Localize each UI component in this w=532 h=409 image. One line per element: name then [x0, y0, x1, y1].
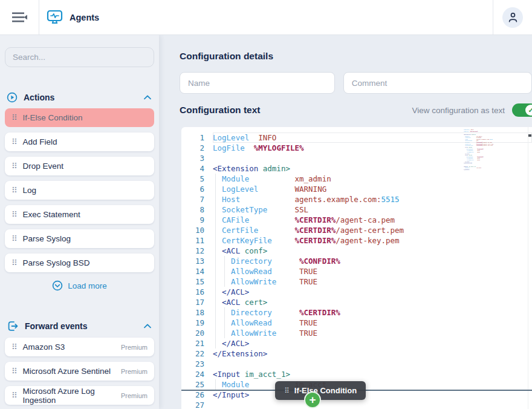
line-number: 20 — [181, 328, 204, 338]
divider — [493, 0, 493, 34]
code-line-content: </ACL> — [213, 287, 532, 297]
collapse-forward-chevron[interactable] — [143, 322, 152, 330]
line-number: 15 — [181, 276, 204, 287]
sidebar-item-log[interactable]: ⠿Log — [5, 181, 154, 200]
sidebar-item-parse-syslog-bsd[interactable]: ⠿Parse Syslog BSD — [5, 254, 154, 272]
code-line-content: <Input im_acct_1> — [213, 369, 532, 379]
code-line[interactable]: 20 AllowWrite TRUE — [181, 328, 532, 338]
sidebar-item-label: Microsoft Azure Sentinel — [23, 367, 111, 376]
code-line[interactable]: 19 AllowRead TRUE — [181, 318, 532, 328]
indent-guide — [215, 215, 216, 225]
code-line-content: AllowRead TRUE — [213, 266, 532, 276]
code-line[interactable]: 11 CertKeyFile %CERTDIR%/agent-key.pem — [181, 235, 532, 246]
load-more-button[interactable]: Load more — [5, 280, 154, 292]
drag-handle-icon[interactable]: ⠿ — [11, 343, 18, 351]
sidebar-item-label: Parse Syslog — [23, 234, 71, 243]
drag-handle-icon[interactable]: ⠿ — [11, 211, 18, 218]
plus-icon: + — [309, 393, 316, 407]
code-line-content: </Input> — [213, 390, 532, 400]
line-number: 13 — [181, 256, 204, 266]
code-line-content: </Extension> — [213, 348, 532, 359]
view-as-text-toggle[interactable]: ✓ — [512, 103, 532, 117]
sidebar-collapse-button[interactable] — [0, 0, 39, 34]
sidebar-item-microsoft-azure-sentinel[interactable]: ⠿Microsoft Azure SentinelPremium — [5, 362, 154, 381]
line-number: 5 — [181, 174, 204, 184]
collapse-actions-chevron[interactable] — [143, 94, 152, 101]
sidebar-item-add-field[interactable]: ⠿Add Field — [5, 133, 154, 151]
actions-list: ⠿If-Else Condition⠿Add Field⠿Drop Event⠿… — [5, 108, 154, 272]
line-number: 12 — [181, 246, 204, 256]
scrollbar-track[interactable] — [528, 127, 532, 409]
drag-handle-icon[interactable]: ⠿ — [11, 391, 18, 399]
code-line[interactable]: 21 </ACL> — [181, 338, 532, 348]
line-number: 9 — [181, 215, 204, 225]
section-header-forward-events: Forward events — [7, 320, 152, 332]
line-number: 24 — [181, 369, 204, 379]
minimap[interactable]: LogLevel INFOLogFile %MYLOGFILE%<Extensi… — [464, 129, 504, 208]
section-label-actions: Actions — [24, 93, 54, 102]
line-number: 11 — [181, 235, 204, 246]
code-line[interactable]: 15 AllowWrite TRUE — [181, 276, 532, 287]
code-line-content: CertKeyFile %CERTDIR%/agent-key.pem — [213, 235, 532, 246]
code-line[interactable]: 16 </ACL> — [181, 287, 532, 297]
sidebar-item-label: If-Else Condition — [23, 113, 83, 122]
indent-guide — [224, 307, 225, 318]
toggle-knob-check-icon: ✓ — [525, 105, 532, 116]
sidebar-item-if-else-condition[interactable]: ⠿If-Else Condition — [5, 108, 154, 127]
user-icon — [507, 11, 519, 23]
code-line-content: AllowWrite TRUE — [213, 328, 532, 338]
drag-handle-icon[interactable]: ⠿ — [11, 162, 18, 170]
actions-icon — [7, 92, 18, 103]
code-line[interactable]: 27 — [181, 400, 532, 409]
code-line[interactable]: 24<Input im_acct_1> — [181, 369, 532, 379]
indent-guide — [215, 194, 216, 204]
code-line[interactable]: 9 CAFile %CERTDIR%/agent-ca.pem — [181, 215, 532, 225]
user-menu-button[interactable] — [502, 7, 523, 28]
sidebar-item-microsoft-azure-log-ingestion[interactable]: ⠿Microsoft Azure Log IngestionPremium — [5, 386, 154, 405]
sidebar-item-drop-event[interactable]: ⠿Drop Event — [5, 157, 154, 175]
details-inputs-row — [180, 72, 532, 94]
code-line-content — [213, 400, 532, 409]
comment-input[interactable] — [343, 72, 532, 94]
code-line[interactable]: 22</Extension> — [181, 348, 532, 359]
code-line[interactable]: 10 CertFile %CERTDIR%/agent-cert.pem — [181, 225, 532, 235]
sidebar-item-label: Drop Event — [23, 162, 64, 171]
drag-handle-icon[interactable]: ⠿ — [11, 235, 18, 243]
code-line[interactable]: 23 — [181, 359, 532, 369]
code-line[interactable]: 13 Directory %CONFDIR% — [181, 256, 532, 266]
sidebar-item-parse-syslog[interactable]: ⠿Parse Syslog — [5, 229, 154, 248]
code-line[interactable]: 18 Directory %CERTDIR% — [181, 307, 532, 318]
drag-handle-icon[interactable]: ⠿ — [11, 114, 18, 122]
drag-handle-icon[interactable]: ⠿ — [11, 259, 18, 267]
indent-guide — [224, 318, 225, 328]
code-line[interactable]: 12 <ACL conf> — [181, 246, 532, 256]
sidebar-item-label: Microsoft Azure Log Ingestion — [23, 387, 121, 405]
sidebar-item-exec-statement[interactable]: ⠿Exec Statement — [5, 205, 154, 224]
line-number: 26 — [181, 390, 204, 400]
search-input[interactable] — [5, 47, 154, 67]
hamburger-collapse-icon — [11, 11, 28, 23]
drag-handle-icon[interactable]: ⠿ — [11, 186, 18, 194]
sidebar-item-label: Add Field — [23, 137, 57, 146]
name-input[interactable] — [180, 72, 335, 94]
line-number: 25 — [181, 379, 204, 390]
sidebar-item-amazon-s3[interactable]: ⠿Amazon S3Premium — [5, 338, 154, 356]
code-line-content: Module im_acct — [213, 379, 532, 390]
line-number: 1 — [181, 133, 204, 143]
code-editor[interactable]: 1LogLevel INFO2LogFile %MYLOGFILE%34<Ext… — [181, 127, 532, 409]
code-line[interactable]: 17 <ACL cert> — [181, 297, 532, 307]
chevron-up-icon — [144, 324, 151, 329]
scrollbar-thumb[interactable] — [528, 134, 531, 137]
line-number: 6 — [181, 184, 204, 194]
code-line[interactable]: 14 AllowRead TRUE — [181, 266, 532, 276]
code-line-content: CAFile %CERTDIR%/agent-ca.pem — [213, 215, 532, 225]
add-drop-badge: + — [304, 391, 321, 408]
premium-badge: Premium — [121, 368, 148, 375]
line-number: 23 — [181, 359, 204, 369]
drag-handle-icon[interactable]: ⠿ — [11, 367, 18, 375]
drag-handle-icon[interactable]: ⠿ — [11, 138, 18, 146]
sidebar-item-label: Exec Statement — [23, 210, 80, 219]
code-line-content: Directory %CERTDIR% — [213, 307, 532, 318]
indent-guide — [215, 328, 216, 338]
brand: Agents — [39, 10, 99, 25]
